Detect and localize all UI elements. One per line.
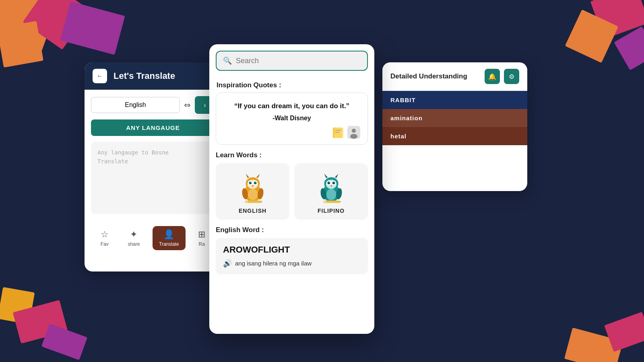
bg-shape: [614, 26, 644, 70]
swap-icon[interactable]: ⇔: [184, 100, 191, 110]
bell-icon: 🔔: [488, 73, 496, 80]
fav-label: Fav: [101, 241, 109, 247]
language-selector: English ⇔ ›: [91, 96, 215, 114]
translate-action[interactable]: 👤 Translate: [153, 226, 186, 250]
bg-shape: [565, 10, 619, 63]
translate-actions: ☆ Fav ✦ share 👤 Translate ⊞ Ra: [91, 222, 215, 254]
share-action[interactable]: ✦ share: [121, 226, 146, 250]
word-title: AROWOFLIGHT: [223, 245, 361, 255]
bg-shape: [41, 324, 87, 360]
quote-icons: [223, 126, 360, 139]
svg-point-38: [328, 182, 329, 183]
svg-point-43: [326, 189, 336, 200]
search-icon: 🔍: [223, 56, 232, 65]
person-icon: [347, 126, 360, 139]
quote-text: “If you can dream it, you can do it.”: [223, 101, 360, 111]
english-word-header: English Word :: [216, 226, 368, 234]
filipino-word-card[interactable]: FILIPINO: [294, 163, 368, 220]
translate-input[interactable]: Any langauge to Bosne Translate: [91, 142, 215, 214]
translate-header: ← Let's Translate: [85, 62, 221, 90]
detail-title: Detailed Understanding: [390, 72, 467, 80]
gear-icon: ⚙: [509, 73, 514, 80]
detail-header: Detailed Understanding 🔔 ⚙: [382, 62, 527, 91]
svg-rect-3: [335, 132, 339, 133]
rate-action[interactable]: ⊞ Ra: [192, 226, 212, 250]
detail-item-rabbit[interactable]: RABBIT: [382, 91, 527, 109]
translate-label: Translate: [159, 241, 179, 247]
english-word-card[interactable]: ENGLISH: [216, 163, 289, 220]
bg-shape: [590, 0, 644, 39]
share-label: share: [128, 241, 140, 247]
translate-icon: 👤: [163, 229, 174, 240]
svg-point-39: [334, 182, 334, 183]
learn-words-section: Learn Words :: [209, 151, 374, 220]
bg-shape: [0, 287, 35, 325]
translate-card: ← Let's Translate English ⇔ › ANY LANGAU…: [85, 62, 221, 272]
svg-point-18: [250, 182, 251, 183]
svg-point-6: [350, 134, 357, 139]
svg-point-19: [255, 182, 256, 183]
svg-rect-2: [335, 130, 341, 131]
bg-shape: [0, 0, 62, 58]
main-card: 🔍 Inspiration Quotes : “If you can dream…: [209, 44, 374, 334]
english-card-label: ENGLISH: [239, 208, 266, 214]
any-language-bar: ANY LANGAUGE: [91, 119, 215, 136]
filipino-card-label: FILIPINO: [318, 208, 345, 214]
svg-point-5: [352, 129, 356, 133]
translate-title: Let's Translate: [114, 71, 175, 81]
bg-shape: [60, 2, 125, 55]
rate-label: Ra: [199, 241, 205, 247]
share-icon: ✦: [130, 229, 137, 240]
fav-action[interactable]: ☆ Fav: [94, 226, 115, 250]
detail-item-metal[interactable]: hetal: [382, 127, 527, 145]
bg-shape: [23, 0, 90, 50]
detail-item-amination[interactable]: amination: [382, 109, 527, 127]
back-icon: ←: [97, 72, 103, 80]
star-icon: ☆: [101, 229, 109, 240]
gear-button[interactable]: ⚙: [504, 69, 519, 84]
svg-rect-46: [323, 200, 326, 203]
bg-shape: [13, 300, 68, 343]
learn-words-grid: ENGLISH: [216, 163, 368, 220]
translate-body: English ⇔ › ANY LANGAUGE Any langauge to…: [85, 90, 221, 261]
bg-shape: [0, 21, 43, 68]
detail-icons: 🔔 ⚙: [485, 69, 519, 84]
bell-button[interactable]: 🔔: [485, 69, 500, 84]
svg-marker-9: [246, 173, 249, 178]
rate-icon: ⊞: [198, 229, 205, 240]
bg-shape: [564, 328, 623, 362]
svg-point-23: [248, 189, 258, 200]
owl-filipino-icon: [317, 171, 345, 204]
svg-marker-45: [339, 200, 341, 203]
search-input[interactable]: [236, 57, 361, 65]
word-display-box: AROWOFLIGHT 🔊 ang isang hilera ng mga il…: [216, 238, 368, 274]
speaker-icon[interactable]: 🔊: [223, 259, 232, 268]
learn-words-header: Learn Words :: [216, 151, 368, 159]
svg-rect-26: [245, 200, 248, 203]
quote-box: “If you can dream it, you can do it.” -W…: [216, 93, 368, 145]
cards-container: ← Let's Translate English ⇔ › ANY LANGAU…: [85, 62, 527, 344]
inspiration-section-header: Inspiration Quotes :: [209, 77, 374, 93]
sticky-note-icon: [332, 126, 345, 139]
search-bar: 🔍: [216, 51, 368, 71]
english-word-section: English Word : AROWOFLIGHT 🔊 ang isang h…: [209, 220, 374, 274]
chevron-icon: ›: [204, 101, 206, 109]
svg-marker-29: [324, 173, 328, 178]
word-definition: 🔊 ang isang hilera ng mga ilaw: [223, 259, 361, 268]
quote-author: -Walt Disney: [223, 115, 360, 122]
bg-shape: [604, 312, 644, 352]
word-definition-text: ang isang hilera ng mga ilaw: [235, 260, 312, 267]
source-language-button[interactable]: English: [91, 97, 180, 113]
svg-marker-25: [260, 200, 262, 203]
owl-english-icon: [239, 171, 267, 204]
svg-marker-10: [256, 173, 260, 178]
svg-marker-30: [334, 173, 338, 178]
detail-card: Detailed Understanding 🔔 ⚙ RABBIT aminat…: [382, 62, 527, 191]
back-button[interactable]: ←: [93, 69, 107, 83]
